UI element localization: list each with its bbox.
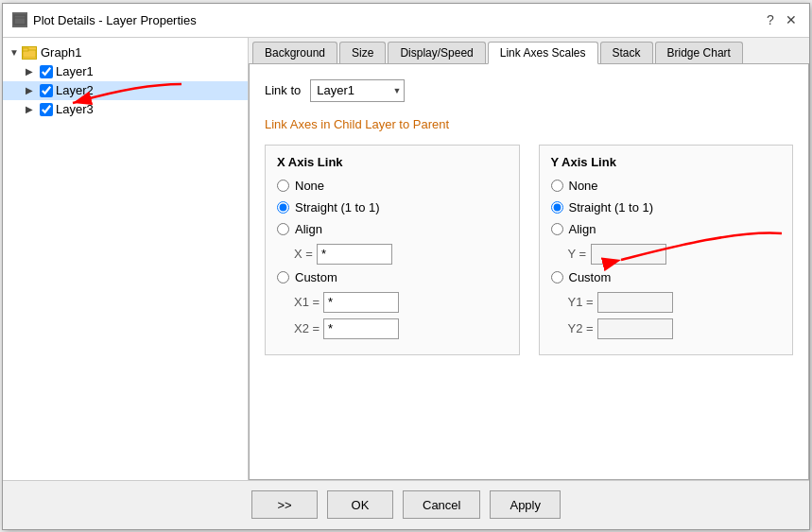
tree-item-layer2[interactable]: ▶ Layer2	[3, 81, 248, 100]
x-value-row: X = *	[294, 244, 508, 265]
x2-label: X2 =	[294, 321, 320, 335]
y2-input[interactable]	[597, 318, 673, 339]
y-none-radio[interactable]	[551, 180, 563, 192]
tab-stack[interactable]: Stack	[600, 42, 653, 63]
layer3-label: Layer3	[56, 102, 94, 116]
y-straight-radio[interactable]	[551, 201, 563, 214]
cancel-button[interactable]: Cancel	[403, 490, 480, 519]
ok-button[interactable]: OK	[327, 490, 393, 519]
x-align-label: Align	[295, 222, 322, 236]
x-none-row: None	[277, 179, 508, 193]
expander-graph1[interactable]: ▼	[7, 45, 22, 60]
x1-input[interactable]	[323, 292, 399, 313]
x-align-row: Align	[277, 222, 508, 236]
x1-value-row: X1 =	[294, 292, 508, 313]
folder-icon-graph1	[22, 46, 37, 60]
svg-rect-3	[23, 48, 28, 51]
y-custom-row: Custom	[551, 270, 782, 284]
x-straight-radio[interactable]	[277, 201, 289, 214]
tab-display-speed[interactable]: Display/Speed	[388, 42, 485, 63]
y-straight-label: Straight (1 to 1)	[569, 200, 654, 215]
expander-layer2[interactable]: ▶	[22, 83, 37, 98]
y2-value-row: Y2 =	[568, 318, 782, 339]
right-panel: Background Size Display/Speed Link Axes …	[249, 38, 809, 480]
x-align-radio[interactable]	[277, 223, 289, 235]
tab-size[interactable]: Size	[339, 42, 386, 63]
y1-input[interactable]	[597, 292, 673, 313]
close-button[interactable]: ✕	[783, 11, 800, 28]
expander-layer1[interactable]: ▶	[22, 64, 37, 79]
y2-label: Y2 =	[568, 321, 594, 335]
y-custom-label: Custom	[569, 270, 612, 284]
x2-value-row: X2 =	[294, 318, 508, 339]
dialog: Plot Details - Layer Properties ? ✕ ▼	[2, 3, 810, 530]
y-custom-radio[interactable]	[551, 271, 563, 283]
x-axis-group: X Axis Link None Straight (1 to 1)	[265, 145, 520, 355]
tab-background[interactable]: Background	[252, 42, 337, 63]
left-panel: ▼ Graph1 ▶ Layer1	[3, 38, 249, 480]
x-straight-label: Straight (1 to 1)	[295, 200, 380, 215]
x-custom-row: Custom	[277, 270, 508, 284]
y1-value-row: Y1 =	[568, 292, 782, 313]
x-axis-title: X Axis Link	[277, 155, 508, 169]
layer2-label: Layer2	[56, 83, 94, 97]
tab-bar: Background Size Display/Speed Link Axes …	[249, 38, 809, 64]
link-to-label: Link to	[265, 83, 301, 97]
tab-bridge-chart[interactable]: Bridge Chart	[655, 42, 743, 63]
y-input[interactable]	[591, 244, 666, 265]
x-input[interactable]: *	[317, 244, 392, 265]
dialog-title: Plot Details - Layer Properties	[33, 13, 197, 27]
link-to-row: Link to Layer1 Layer2 Layer3	[265, 79, 793, 102]
x-none-radio[interactable]	[277, 180, 289, 192]
x1-label: X1 =	[294, 295, 320, 309]
x2-input[interactable]	[323, 318, 399, 339]
y-align-row: Align	[551, 222, 782, 236]
section-title: Link Axes in Child Layer to Parent	[265, 117, 793, 131]
x-custom-label: Custom	[295, 270, 337, 284]
forward-back-button[interactable]: >>	[251, 490, 318, 519]
y-align-radio[interactable]	[551, 223, 563, 235]
svg-rect-0	[14, 15, 26, 25]
y-value-row: Y =	[568, 244, 782, 265]
axes-row: X Axis Link None Straight (1 to 1)	[265, 145, 793, 355]
x-none-label: None	[295, 179, 324, 193]
y-label: Y =	[568, 247, 587, 261]
expander-layer3[interactable]: ▶	[22, 102, 37, 117]
x-straight-row: Straight (1 to 1)	[277, 200, 508, 215]
y-align-label: Align	[569, 222, 596, 236]
tab-link-axes-scales[interactable]: Link Axes Scales	[488, 42, 598, 64]
bottom-bar: >> OK Cancel Apply	[3, 480, 809, 529]
tree-item-layer1[interactable]: ▶ Layer1	[3, 62, 248, 81]
layer1-label: Layer1	[56, 64, 94, 78]
y-axis-group: Y Axis Link None Straight (1 to 1)	[539, 145, 794, 355]
y1-label: Y1 =	[568, 295, 594, 309]
checkbox-layer2[interactable]	[40, 84, 53, 97]
tree-item-graph1[interactable]: ▼ Graph1	[3, 43, 248, 62]
main-content: ▼ Graph1 ▶ Layer1	[3, 38, 809, 480]
x-custom-radio[interactable]	[277, 271, 289, 283]
x-label: X =	[294, 247, 313, 261]
apply-button[interactable]: Apply	[490, 490, 561, 519]
y-none-label: None	[569, 179, 598, 193]
link-to-select-wrapper: Layer1 Layer2 Layer3	[310, 79, 405, 102]
y-axis-title: Y Axis Link	[551, 155, 782, 169]
checkbox-layer1[interactable]	[40, 65, 53, 78]
link-to-select[interactable]: Layer1 Layer2 Layer3	[310, 79, 405, 102]
y-straight-row: Straight (1 to 1)	[551, 200, 782, 215]
tab-content-link-axes: Link to Layer1 Layer2 Layer3 Link Axes i…	[249, 64, 809, 480]
checkbox-layer3[interactable]	[40, 103, 53, 116]
y-none-row: None	[551, 179, 782, 193]
tree-item-layer3[interactable]: ▶ Layer3	[3, 100, 248, 119]
dialog-icon	[12, 12, 27, 27]
title-bar: Plot Details - Layer Properties ? ✕	[3, 4, 809, 38]
help-button[interactable]: ?	[762, 11, 779, 28]
graph1-label: Graph1	[41, 45, 81, 60]
